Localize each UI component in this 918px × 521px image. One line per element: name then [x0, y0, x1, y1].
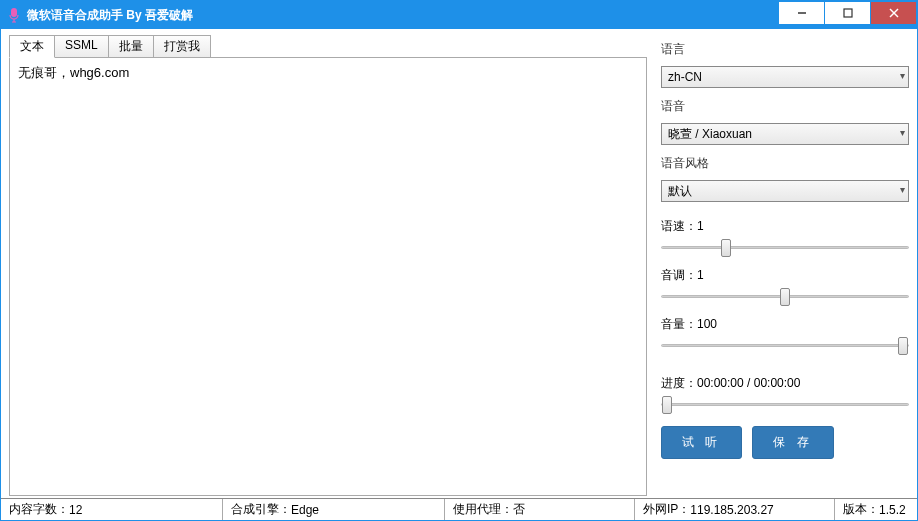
voice-select[interactable]: 晓萱 / Xiaoxuan [661, 123, 909, 145]
progress-label: 进度：00:00:00 / 00:00:00 [661, 375, 909, 392]
volume-label: 音量：100 [661, 316, 909, 333]
titlebar[interactable]: 微软语音合成助手 By 吾爱破解 [1, 1, 917, 29]
listen-button[interactable]: 试 听 [661, 426, 742, 459]
status-engine: 合成引擎：Edge [223, 499, 445, 520]
tab-batch[interactable]: 批量 [108, 35, 154, 57]
right-panel: 语言 zh-CN ▾ 语音 晓萱 / Xiaoxuan ▾ 语音风格 默认 ▾ … [661, 35, 909, 496]
tab-ssml[interactable]: SSML [54, 35, 109, 57]
style-select[interactable]: 默认 [661, 180, 909, 202]
close-button[interactable] [871, 2, 916, 24]
language-select[interactable]: zh-CN [661, 66, 909, 88]
text-input[interactable]: 无痕哥，whg6.com [10, 58, 646, 495]
minimize-button[interactable] [779, 2, 824, 24]
language-label: 语言 [661, 41, 909, 58]
tab-bar: 文本 SSML 批量 打赏我 [9, 35, 647, 57]
status-bar: 内容字数：12 合成引擎：Edge 使用代理：否 外网IP：119.185.20… [1, 498, 917, 520]
progress-slider[interactable] [661, 402, 909, 406]
tab-text[interactable]: 文本 [9, 35, 55, 58]
style-label: 语音风格 [661, 155, 909, 172]
tab-donate[interactable]: 打赏我 [153, 35, 211, 57]
window-title: 微软语音合成助手 By 吾爱破解 [27, 7, 193, 24]
status-version: 版本：1.5.2 [835, 499, 917, 520]
speed-slider[interactable] [661, 245, 909, 249]
pitch-label: 音调：1 [661, 267, 909, 284]
speed-label: 语速：1 [661, 218, 909, 235]
volume-slider[interactable] [661, 343, 909, 347]
status-proxy: 使用代理：否 [445, 499, 635, 520]
left-panel: 文本 SSML 批量 打赏我 无痕哥，whg6.com [9, 35, 647, 496]
app-icon [7, 6, 21, 24]
svg-rect-2 [844, 9, 852, 17]
content-area: 文本 SSML 批量 打赏我 无痕哥，whg6.com 语言 zh-CN ▾ 语… [1, 29, 917, 520]
svg-rect-0 [11, 8, 17, 17]
maximize-button[interactable] [825, 2, 870, 24]
pitch-slider[interactable] [661, 294, 909, 298]
status-chars: 内容字数：12 [1, 499, 223, 520]
app-window: 微软语音合成助手 By 吾爱破解 文本 SSML 批量 打赏我 无痕哥，whg6… [0, 0, 918, 521]
voice-label: 语音 [661, 98, 909, 115]
status-ip: 外网IP：119.185.203.27 [635, 499, 835, 520]
save-button[interactable]: 保 存 [752, 426, 833, 459]
